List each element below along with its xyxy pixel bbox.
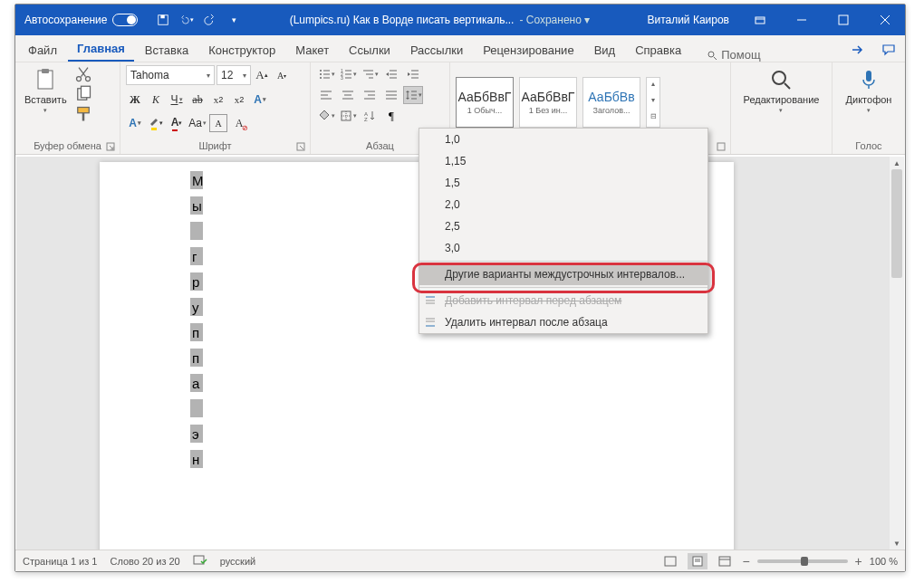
comments-icon[interactable] <box>872 38 905 62</box>
font-dialog-launcher[interactable] <box>295 142 306 153</box>
grow-font-icon[interactable]: A▴ <box>253 66 271 84</box>
spacing-3-0[interactable]: 3,0 <box>419 237 707 259</box>
font-size-combo[interactable]: 12▾ <box>217 65 251 85</box>
redo-icon[interactable] <box>203 13 217 27</box>
dictate-button[interactable]: Диктофон ▾ <box>842 65 896 116</box>
align-left-icon[interactable] <box>316 86 336 104</box>
zoom-level[interactable]: 100 % <box>870 556 898 567</box>
font-name-combo[interactable]: Tahoma▾ <box>126 65 215 85</box>
scroll-down-icon[interactable]: ▼ <box>890 537 904 550</box>
shading-icon[interactable]: ▾ <box>316 107 336 125</box>
close-button[interactable] <box>865 5 905 35</box>
page-status[interactable]: Страница 1 из 1 <box>23 556 97 567</box>
web-layout-icon[interactable] <box>715 553 735 569</box>
document-text[interactable]: Мы группа эн <box>190 171 203 475</box>
svg-rect-2 <box>756 17 765 24</box>
align-center-icon[interactable] <box>338 86 358 104</box>
undo-icon[interactable]: ▾ <box>179 13 194 27</box>
spacing-2-0[interactable]: 2,0 <box>419 194 707 215</box>
justify-icon[interactable] <box>381 86 401 104</box>
text-effects2-icon[interactable]: A▾ <box>126 114 144 132</box>
autosave-toggle[interactable]: Автосохранение <box>24 14 138 26</box>
zoom-in-icon[interactable]: + <box>855 554 862 569</box>
tab-file[interactable]: Файл <box>19 38 66 62</box>
italic-button[interactable]: К <box>147 91 165 109</box>
microphone-icon <box>856 67 881 92</box>
vertical-scrollbar[interactable]: ▲ ▼ <box>890 157 904 550</box>
paste-button[interactable]: Вставить ▾ <box>21 65 71 116</box>
language-status[interactable]: русский <box>220 556 255 567</box>
tab-view[interactable]: Вид <box>585 38 625 62</box>
line-spacing-button[interactable]: ▾ <box>403 86 423 104</box>
tab-mailings[interactable]: Рассылки <box>401 38 472 62</box>
cut-icon[interactable] <box>74 65 92 83</box>
show-marks-icon[interactable]: ¶ <box>381 107 401 125</box>
numbering-icon[interactable]: 123▾ <box>338 65 358 83</box>
svg-rect-17 <box>82 113 84 121</box>
font-color-icon[interactable]: A▾ <box>168 114 186 132</box>
maximize-button[interactable] <box>823 5 863 35</box>
zoom-out-icon[interactable]: − <box>742 554 749 569</box>
find-button[interactable]: Редактирование ▾ <box>740 65 823 116</box>
char-border-icon[interactable]: A <box>209 114 227 132</box>
increase-indent-icon[interactable] <box>403 65 423 83</box>
remove-after-icon <box>423 316 438 329</box>
tab-design[interactable]: Конструктор <box>199 38 284 62</box>
add-space-before[interactable]: Добавить интервал перед абзацем <box>419 290 707 311</box>
qat-dropdown-icon[interactable]: ▾ <box>226 13 241 27</box>
style-no-spacing[interactable]: АаБбВвГ1 Без ин... <box>519 77 577 128</box>
styles-dialog-launcher[interactable] <box>716 142 727 153</box>
tab-layout[interactable]: Макет <box>286 38 338 62</box>
user-name[interactable]: Виталий Каиров <box>638 14 738 26</box>
share-icon[interactable] <box>840 38 872 62</box>
add-before-icon <box>423 294 438 307</box>
zoom-slider[interactable] <box>757 559 848 563</box>
bold-button[interactable]: Ж <box>126 91 144 109</box>
document-title: (Lumpics.ru) Как в Ворде писать вертикал… <box>241 14 638 26</box>
clipboard-dialog-launcher[interactable] <box>105 142 116 153</box>
spacing-1-15[interactable]: 1,15 <box>419 150 707 172</box>
print-layout-icon[interactable] <box>688 553 707 569</box>
tab-insert[interactable]: Вставка <box>136 38 197 62</box>
spacing-more-options[interactable]: Другие варианты междустрочных интервалов… <box>419 263 707 285</box>
ribbon-display-icon[interactable] <box>740 5 780 35</box>
tab-references[interactable]: Ссылки <box>340 38 399 62</box>
shrink-font-icon[interactable]: A▾ <box>273 66 291 84</box>
format-painter-icon[interactable] <box>74 105 92 123</box>
style-heading1[interactable]: АаБбВвЗаголов... <box>582 77 640 128</box>
tab-review[interactable]: Рецензирование <box>474 38 582 62</box>
tab-help[interactable]: Справка <box>626 38 690 62</box>
copy-icon[interactable] <box>74 85 92 103</box>
change-case-icon[interactable]: Aa▾ <box>188 114 207 132</box>
highlight-icon[interactable]: ▾ <box>147 114 165 132</box>
minimize-button[interactable] <box>782 5 822 35</box>
borders-icon[interactable]: ▾ <box>338 107 358 125</box>
svg-line-65 <box>784 83 790 89</box>
text-effects-icon[interactable]: A▾ <box>251 91 269 109</box>
search-icon <box>768 67 794 92</box>
save-icon[interactable] <box>156 13 170 27</box>
search-help[interactable]: Помощ <box>707 48 760 62</box>
multilevel-icon[interactable]: ▾ <box>360 65 380 83</box>
decrease-indent-icon[interactable] <box>381 65 401 83</box>
spell-check-icon[interactable] <box>193 554 207 569</box>
scroll-thumb[interactable] <box>891 169 902 278</box>
strikethrough-button[interactable]: ab <box>188 91 207 109</box>
spacing-2-5[interactable]: 2,5 <box>419 215 707 237</box>
style-normal[interactable]: АаБбВвГ1 Обыч... <box>456 77 514 128</box>
superscript-button[interactable]: x2 <box>230 91 248 109</box>
sort-icon[interactable]: AZ <box>360 107 380 125</box>
remove-space-after[interactable]: Удалить интервал после абзаца <box>419 311 707 333</box>
subscript-button[interactable]: x2 <box>209 91 227 109</box>
tab-home[interactable]: Главная <box>68 36 134 62</box>
bullets-icon[interactable]: ▾ <box>316 65 336 83</box>
clear-format-icon[interactable]: A⊘ <box>230 114 248 132</box>
styles-gallery-more[interactable]: ▴▾⊟ <box>646 77 660 128</box>
spacing-1-5[interactable]: 1,5 <box>419 172 707 194</box>
scroll-up-icon[interactable]: ▲ <box>890 157 904 169</box>
align-right-icon[interactable] <box>360 86 380 104</box>
word-count[interactable]: Слово 20 из 20 <box>110 556 179 567</box>
focus-mode-icon[interactable] <box>660 553 680 569</box>
underline-button[interactable]: Ч▾ <box>168 91 186 109</box>
spacing-1-0[interactable]: 1,0 <box>419 129 707 150</box>
